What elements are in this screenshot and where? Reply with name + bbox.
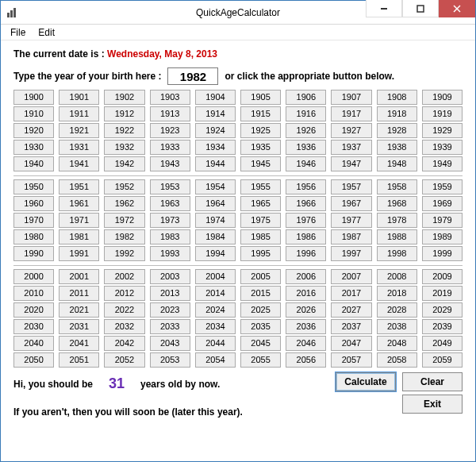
year-button-2057[interactable]: 2057 — [331, 352, 371, 368]
year-button-1944[interactable]: 1944 — [195, 156, 236, 171]
year-button-1989[interactable]: 1989 — [422, 229, 463, 244]
year-button-2012[interactable]: 2012 — [104, 286, 144, 301]
year-button-2018[interactable]: 2018 — [377, 286, 417, 301]
year-button-1908[interactable]: 1908 — [377, 90, 417, 105]
year-button-1927[interactable]: 1927 — [331, 123, 371, 138]
year-button-2045[interactable]: 2045 — [240, 336, 281, 351]
year-button-1925[interactable]: 1925 — [240, 123, 281, 138]
year-button-1977[interactable]: 1977 — [331, 213, 371, 228]
year-button-2025[interactable]: 2025 — [240, 302, 281, 318]
year-button-2013[interactable]: 2013 — [150, 286, 190, 301]
menu-file[interactable]: File — [4, 25, 32, 40]
year-button-1985[interactable]: 1985 — [240, 229, 281, 244]
year-button-1971[interactable]: 1971 — [59, 213, 99, 228]
year-button-2001[interactable]: 2001 — [59, 269, 99, 284]
close-button[interactable] — [439, 0, 475, 17]
year-button-1938[interactable]: 1938 — [377, 140, 417, 155]
minimize-button[interactable] — [366, 0, 402, 17]
year-button-1967[interactable]: 1967 — [331, 196, 371, 211]
year-button-1990[interactable]: 1990 — [13, 246, 54, 261]
year-button-1945[interactable]: 1945 — [240, 156, 281, 171]
year-button-2050[interactable]: 2050 — [13, 352, 54, 368]
year-button-1946[interactable]: 1946 — [286, 156, 326, 171]
year-button-1987[interactable]: 1987 — [331, 229, 371, 244]
year-button-1997[interactable]: 1997 — [331, 246, 371, 261]
year-button-1999[interactable]: 1999 — [422, 246, 463, 261]
year-button-1974[interactable]: 1974 — [195, 213, 236, 228]
year-button-2038[interactable]: 2038 — [377, 319, 417, 334]
year-button-1993[interactable]: 1993 — [150, 246, 190, 261]
year-button-2032[interactable]: 2032 — [104, 319, 144, 334]
year-button-1975[interactable]: 1975 — [240, 213, 281, 228]
year-button-1960[interactable]: 1960 — [13, 196, 54, 211]
year-button-2055[interactable]: 2055 — [240, 352, 281, 368]
menu-edit[interactable]: Edit — [32, 25, 61, 40]
year-button-2026[interactable]: 2026 — [286, 302, 326, 318]
year-button-1902[interactable]: 1902 — [104, 90, 144, 105]
year-button-1983[interactable]: 1983 — [150, 229, 190, 244]
year-button-2053[interactable]: 2053 — [150, 352, 190, 368]
year-button-1981[interactable]: 1981 — [59, 229, 99, 244]
year-button-1919[interactable]: 1919 — [422, 106, 463, 121]
year-button-2008[interactable]: 2008 — [377, 269, 417, 284]
year-button-1906[interactable]: 1906 — [286, 90, 326, 105]
year-button-2022[interactable]: 2022 — [104, 302, 144, 318]
year-button-1966[interactable]: 1966 — [286, 196, 326, 211]
year-button-1962[interactable]: 1962 — [104, 196, 144, 211]
year-button-1914[interactable]: 1914 — [195, 106, 236, 121]
year-button-1934[interactable]: 1934 — [195, 140, 236, 155]
year-button-1901[interactable]: 1901 — [59, 90, 99, 105]
year-button-1911[interactable]: 1911 — [59, 106, 99, 121]
year-button-1932[interactable]: 1932 — [104, 140, 144, 155]
year-button-1979[interactable]: 1979 — [422, 213, 463, 228]
year-button-1982[interactable]: 1982 — [104, 229, 144, 244]
year-button-2027[interactable]: 2027 — [331, 302, 371, 318]
year-button-2054[interactable]: 2054 — [195, 352, 236, 368]
year-button-1920[interactable]: 1920 — [13, 123, 54, 138]
year-button-2047[interactable]: 2047 — [331, 336, 371, 351]
year-button-1929[interactable]: 1929 — [422, 123, 463, 138]
year-button-2051[interactable]: 2051 — [59, 352, 99, 368]
year-button-2048[interactable]: 2048 — [377, 336, 417, 351]
year-button-1924[interactable]: 1924 — [195, 123, 236, 138]
year-button-2000[interactable]: 2000 — [13, 269, 54, 284]
year-button-1991[interactable]: 1991 — [59, 246, 99, 261]
year-button-2049[interactable]: 2049 — [422, 336, 463, 351]
year-button-2037[interactable]: 2037 — [331, 319, 371, 334]
year-button-1940[interactable]: 1940 — [13, 156, 54, 171]
year-button-1910[interactable]: 1910 — [13, 106, 54, 121]
year-button-2023[interactable]: 2023 — [150, 302, 190, 318]
year-button-1923[interactable]: 1923 — [150, 123, 190, 138]
year-button-1909[interactable]: 1909 — [422, 90, 463, 105]
year-button-1939[interactable]: 1939 — [422, 140, 463, 155]
year-button-2044[interactable]: 2044 — [195, 336, 236, 351]
year-button-2011[interactable]: 2011 — [59, 286, 99, 301]
year-button-2059[interactable]: 2059 — [422, 352, 463, 368]
year-button-1918[interactable]: 1918 — [377, 106, 417, 121]
year-button-2003[interactable]: 2003 — [150, 269, 190, 284]
year-button-1976[interactable]: 1976 — [286, 213, 326, 228]
year-button-2004[interactable]: 2004 — [195, 269, 236, 284]
year-button-1994[interactable]: 1994 — [195, 246, 236, 261]
year-button-1916[interactable]: 1916 — [286, 106, 326, 121]
year-button-2021[interactable]: 2021 — [59, 302, 99, 318]
year-button-1959[interactable]: 1959 — [422, 179, 463, 194]
year-button-2036[interactable]: 2036 — [286, 319, 326, 334]
year-button-2014[interactable]: 2014 — [195, 286, 236, 301]
year-button-2020[interactable]: 2020 — [13, 302, 54, 318]
birth-year-input[interactable] — [167, 67, 218, 85]
year-button-1954[interactable]: 1954 — [195, 179, 236, 194]
year-button-2052[interactable]: 2052 — [104, 352, 144, 368]
year-button-1992[interactable]: 1992 — [104, 246, 144, 261]
year-button-1957[interactable]: 1957 — [331, 179, 371, 194]
calculate-button[interactable]: Calculate — [336, 372, 396, 391]
year-button-1949[interactable]: 1949 — [422, 156, 463, 171]
maximize-button[interactable] — [402, 0, 439, 17]
year-button-1928[interactable]: 1928 — [377, 123, 417, 138]
year-button-2017[interactable]: 2017 — [331, 286, 371, 301]
year-button-2043[interactable]: 2043 — [150, 336, 190, 351]
year-button-2007[interactable]: 2007 — [331, 269, 371, 284]
year-button-1964[interactable]: 1964 — [195, 196, 236, 211]
year-button-1998[interactable]: 1998 — [377, 246, 417, 261]
year-button-1942[interactable]: 1942 — [104, 156, 144, 171]
